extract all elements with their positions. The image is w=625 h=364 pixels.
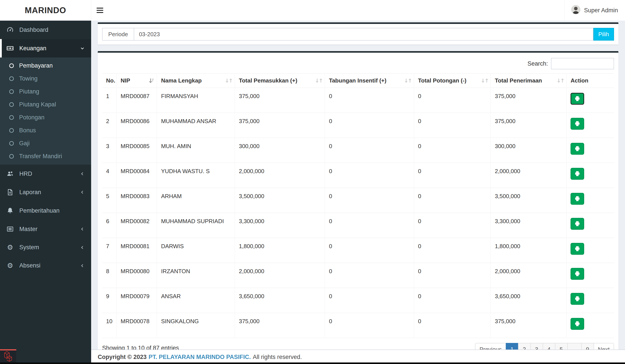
print-button[interactable] [570,143,584,155]
print-button[interactable] [570,318,584,330]
gear-icon: ⚙ [6,244,14,251]
sidebar-item-label: Absensi [19,262,40,269]
cell-no: 8 [102,263,116,288]
print-button[interactable] [570,218,584,230]
sidebar-item-label: Laporan [19,189,41,196]
sidebar-item-keuangan[interactable]: Keuangan [0,39,91,57]
table-row: 3 MRD00085 MUH. AMIN 300,000 0 0 300,000 [102,138,614,163]
periode-input[interactable] [134,28,593,41]
users-icon [6,170,14,177]
table-row: 9 MRD00079 ANSAR 3,650,000 0 0 3,650,000 [102,288,614,313]
cell-penerimaan: 3,650,000 [491,288,566,313]
circle-icon [9,76,14,81]
sidebar-toggle-button[interactable] [91,0,109,21]
cell-penerimaan: 2,000,000 [491,263,566,288]
sidebar-item-bonus[interactable]: Bonus [0,124,91,137]
file-icon [6,189,14,196]
cell-tabungan: 0 [325,313,414,338]
printer-icon [574,146,580,152]
circle-icon [9,63,14,68]
column-header-nip[interactable]: NIP [116,74,157,88]
sidebar-item-piutang-kapal[interactable]: Piutang Kapal [0,98,91,111]
cell-no: 5 [102,188,116,213]
table-row: 4 MRD00084 YUDHA WASTU. S 2,000,000 0 0 … [102,163,614,188]
sidebar-item-gaji[interactable]: Gaji [0,137,91,150]
column-header-nama[interactable]: Nama Lengkap↓↑ [157,74,235,88]
column-header-penerimaan[interactable]: Total Penerimaan↓↑ [491,74,566,88]
user-name: Super Admin [584,7,618,14]
dashboard-icon [6,26,14,33]
print-button[interactable] [570,118,584,130]
cell-potongan: 0 [414,88,491,113]
cell-penerimaan: 300,000 [491,138,566,163]
cell-tabungan: 0 [325,88,414,113]
chevron-left-icon [80,171,85,176]
chevron-left-icon [80,190,85,195]
bell-icon [6,207,14,214]
main-content: Pembayaran Dashboard > Keuangan > Pembay… [91,0,625,364]
chevron-left-icon [80,263,85,268]
cell-no: 9 [102,288,116,313]
user-menu[interactable]: Super Admin [564,0,625,21]
print-button[interactable] [570,268,584,280]
periode-label: Periode [102,28,134,41]
table-row: 8 MRD00080 IRZANTON 2,000,000 0 0 2,000,… [102,263,614,288]
sidebar-item-master[interactable]: Master [0,220,91,238]
sidebar-item-absensi[interactable]: ⚙ Absensi [0,256,91,275]
cell-nip: MRD00083 [116,188,157,213]
cell-pemasukkan: 375,000 [235,113,325,138]
sidebar-item-potongan[interactable]: Potongan [0,111,91,124]
cell-action [566,188,614,213]
cell-action [566,313,614,338]
sidebar-item-system[interactable]: ⚙ System [0,238,91,256]
search-input[interactable] [551,58,614,69]
column-header-pemasukkan[interactable]: Total Pemasukkan (+)↓↑ [235,74,325,88]
cell-potongan: 0 [414,138,491,163]
table-row: 5 MRD00083 ARHAM 3,500,000 0 0 3,500,000 [102,188,614,213]
column-header-potongan[interactable]: Total Potongan (-)↓↑ [414,74,491,88]
brand-logo[interactable]: MARINDO [0,0,91,21]
table-row: 6 MRD00082 MUHAMMAD SUPRIADI 3,300,000 0… [102,213,614,238]
sidebar-item-hrd[interactable]: HRD [0,165,91,183]
footer-company-link[interactable]: PT. PELAYARAN MARINDO PASIFIC. [149,354,251,361]
sidebar-item-label: System [19,244,39,251]
sidebar-item-pemberitahuan[interactable]: Pemberitahuan [0,201,91,220]
sidebar-item-laporan[interactable]: Laporan [0,183,91,201]
search-label: Search: [528,60,548,67]
sidebar-item-pembayaran[interactable]: Pembayaran [0,59,91,72]
print-button[interactable] [570,193,584,205]
chevron-left-icon [80,226,85,232]
print-button[interactable] [570,293,584,305]
printer-icon [574,171,580,177]
circle-icon [9,141,14,146]
print-button[interactable] [570,93,584,105]
print-button[interactable] [570,168,584,180]
debugbar-collapsed-bar[interactable] [0,363,625,364]
chevron-left-icon [80,245,85,250]
pilih-button[interactable]: Pilih [593,28,614,41]
cell-action [566,138,614,163]
table-row: 1 MRD00087 FIRMANSYAH 375,000 0 0 375,00… [102,88,614,113]
sidebar-item-label: Dashboard [19,27,48,33]
cell-nama: YUDHA WASTU. S [157,163,235,188]
cell-nama: MUH. AMIN [157,138,235,163]
cell-pemasukkan: 375,000 [235,88,325,113]
money-icon [6,45,14,52]
sidebar-item-dashboard[interactable]: Dashboard [0,21,91,39]
cell-penerimaan: 375,000 [491,313,566,338]
table-body: 1 MRD00087 FIRMANSYAH 375,000 0 0 375,00… [102,88,614,338]
column-header-tabungan[interactable]: Tabungan Insentif (+)↓↑ [325,74,414,88]
sidebar-item-piutang[interactable]: Piutang [0,85,91,98]
sidebar-item-transfer-mandiri[interactable]: Transfer Mandiri [0,150,91,163]
cell-nama: ARHAM [157,188,235,213]
cell-tabungan: 0 [325,263,414,288]
sidebar-item-towing[interactable]: Towing [0,72,91,85]
cell-no: 2 [102,113,116,138]
footer-copyright: Copyright © 2023 [98,354,147,361]
laravel-debugbar-toggle[interactable] [0,349,16,363]
cell-action [566,113,614,138]
cell-nip: MRD00082 [116,213,157,238]
print-button[interactable] [570,243,584,255]
list-icon [6,225,14,233]
cell-nip: MRD00079 [116,288,157,313]
